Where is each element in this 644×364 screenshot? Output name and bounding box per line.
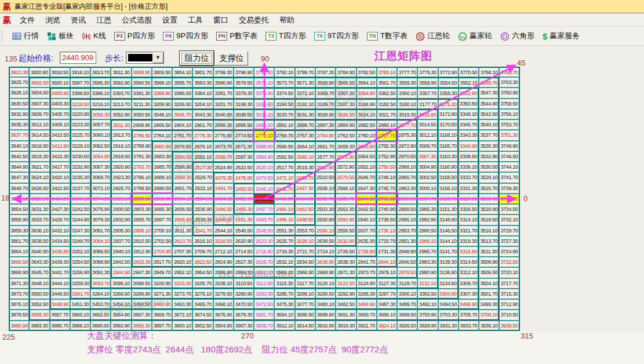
matrix-cell: 3756.10 [499, 109, 519, 119]
matrix-cell: 3213.70 [111, 99, 131, 109]
app-logo-icon: 赢 [3, 2, 11, 10]
matrix-cell: 2479.30 [213, 172, 234, 183]
angle-label-225: 225 [2, 333, 15, 341]
menu-item-设置[interactable]: 设置 [157, 14, 183, 26]
toolbar-button-赢家轮[interactable]: Big赢家轮 [454, 30, 496, 42]
matrix-cell: 2565.70 [336, 194, 356, 204]
matrix-cell: 3888.10 [70, 321, 90, 331]
toolbar-button-赢家服务[interactable]: $赢家服务 [539, 30, 584, 42]
matrix-cell: 2630.50 [315, 236, 336, 246]
matrix-cell: 2731.30 [377, 246, 397, 257]
matrix-cell: 3832.90 [9, 109, 29, 119]
matrix-cell: 2923.30 [111, 172, 131, 183]
toolbar-button-P四方形[interactable]: P3P四方形 [110, 30, 159, 42]
matrix-cell: 3316.90 [459, 246, 479, 257]
matrix-cell: 2844.10 [377, 257, 397, 267]
toolbar-button-P数字表[interactable]: PNP数字表 [212, 30, 261, 42]
matrix-cell: 2738.50 [377, 214, 397, 225]
toolbar-button-9T四方形[interactable]: T99T四方形 [310, 30, 363, 42]
matrix-cell: 3919.30 [336, 321, 356, 331]
matrix-cell: 2529.70 [192, 172, 213, 183]
matrix-cell: 3787.30 [315, 67, 336, 77]
matrix-cell: 2911.30 [111, 119, 131, 130]
matrix-cell: 2632.90 [336, 236, 356, 246]
toolbar-button-9P四方形[interactable]: P99P四方形 [159, 30, 212, 42]
matrix-cell: 3506.50 [479, 267, 499, 278]
toolbar-button-行情[interactable]: 行情 [8, 30, 43, 42]
matrix-cell: 3463.30 [172, 299, 192, 310]
matrix-cell: 2947.30 [132, 267, 152, 278]
step-dropdown[interactable]: ▼ [126, 52, 164, 64]
matrix-cell: 3847.30 [9, 172, 29, 183]
matrix-cell: 3372.10 [295, 88, 315, 98]
matrix-cell: 3072.10 [90, 183, 111, 194]
blocks-icon [47, 32, 56, 41]
matrix-cell: 3036.10 [254, 109, 274, 119]
matrix-cell: 3156.10 [438, 183, 459, 194]
menu-item-资讯[interactable]: 资讯 [66, 14, 91, 26]
matrix-cell: 2709.70 [192, 246, 213, 257]
matrix-cell: 2877.70 [397, 119, 417, 130]
matrix-cell: 2486.50 [213, 204, 234, 214]
matrix-cell: 2649.70 [356, 172, 377, 183]
menu-item-工具[interactable]: 工具 [183, 14, 208, 26]
matrix-cell: 3163.30 [438, 151, 459, 162]
matrix-cell: 3048.10 [152, 109, 172, 119]
matrix-cell: 3376.90 [254, 88, 274, 98]
menu-item-帮助[interactable]: 帮助 [274, 14, 300, 26]
toolbar-button-板块[interactable]: 板块 [43, 30, 78, 42]
matrix-cell: 2937.70 [111, 236, 131, 246]
matrix-cell: 3252.10 [70, 246, 90, 257]
matrix-cell: 2476.90 [234, 172, 254, 183]
matrix-cell: 3518.50 [479, 214, 499, 225]
chevron-down-icon[interactable]: ▼ [152, 52, 163, 63]
resistance-button[interactable]: 阻力位 [180, 51, 214, 65]
matrix-cell: 2685.70 [152, 162, 172, 172]
matrix-cell: 3379.30 [234, 88, 254, 98]
matrix-cell: 3336.10 [459, 162, 479, 172]
matrix-cell: 3643.30 [29, 257, 49, 267]
support-button[interactable]: 支撑位 [215, 51, 248, 65]
matrix-cell: 3240.10 [70, 194, 90, 204]
matrix-cell: 3525.70 [479, 183, 499, 194]
matrix-cell: 3040.90 [213, 109, 234, 119]
matrix-cell: 3652.90 [29, 299, 49, 310]
matrix-cell: 2448.10 [254, 183, 274, 194]
matrix-cell: 2834.50 [295, 257, 315, 267]
matrix-cell: 3537.70 [479, 130, 499, 140]
menu-item-公式选股[interactable]: 公式选股 [117, 14, 157, 26]
menu-item-浏览[interactable]: 浏览 [40, 14, 66, 26]
matrix-cell: 2510.50 [315, 172, 336, 183]
start-price-input[interactable] [60, 52, 96, 64]
matrix-cell: 3796.90 [234, 67, 254, 77]
matrix-cell: 3396.10 [90, 88, 111, 98]
matrix-cell: 2872.90 [397, 141, 417, 151]
matrix-cell: 2695.30 [152, 204, 172, 214]
toolbar-button-T数字表[interactable]: TNT数字表 [363, 30, 412, 42]
menu-item-江恩[interactable]: 江恩 [91, 14, 117, 26]
matrix-cell: 3424.90 [50, 194, 70, 204]
matrix-cell: 2810.50 [132, 236, 152, 246]
matrix-cell: 3580.90 [213, 77, 234, 88]
t3-badge-icon: T3 [265, 32, 276, 41]
matrix-cell: 3698.50 [397, 310, 417, 320]
menu-item-窗口[interactable]: 窗口 [208, 14, 234, 26]
matrix-cell: 2503.30 [315, 204, 336, 214]
toolbar-button-K线[interactable]: K线 [78, 30, 110, 42]
matrix-cell: 2887.30 [315, 119, 336, 130]
toolbar-button-六角形[interactable]: 六角形 [496, 30, 539, 42]
matrix-cell: 2671.30 [234, 141, 254, 151]
toolbar-button-T四方形[interactable]: T3T四方形 [261, 30, 310, 42]
matrix-cell: 2707.30 [172, 246, 192, 257]
matrix-cell: 3448.90 [50, 299, 70, 310]
menu-item-交易委托[interactable]: 交易委托 [234, 14, 274, 26]
toolbar-button-江恩轮[interactable]: 江恩轮 [412, 30, 454, 42]
matrix-cell: 3578.50 [234, 77, 254, 88]
matrix-cell: 2512.90 [315, 162, 336, 172]
matrix-cell: 2798.50 [132, 183, 152, 194]
matrix-cell: 2954.50 [192, 267, 213, 278]
matrix-cell: 3096.10 [111, 278, 131, 289]
menu-item-文件[interactable]: 文件 [14, 14, 40, 26]
matrix-cell: 3340.90 [459, 141, 479, 151]
matrix-cell: 3283.30 [254, 289, 274, 299]
